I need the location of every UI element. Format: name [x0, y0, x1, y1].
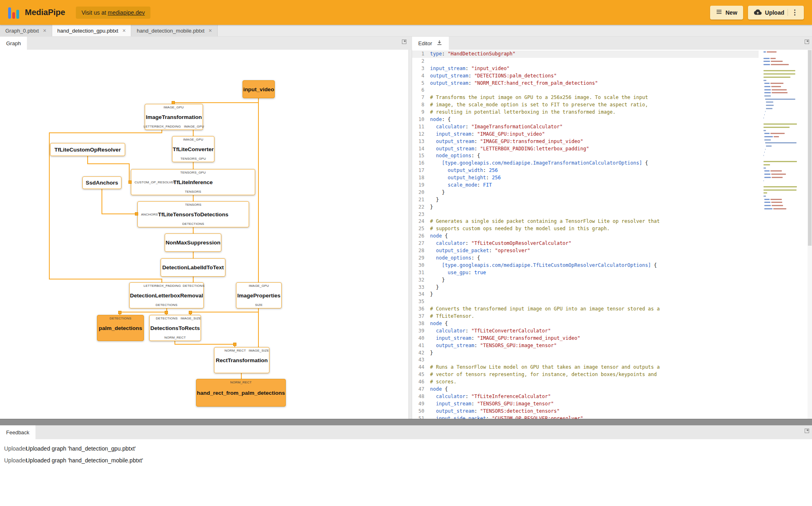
node-label: DetectionsToRects: [148, 325, 202, 331]
graph-node-image-properties[interactable]: IMAGE_GPU ImageProperties SIZE: [236, 282, 282, 308]
minimap-line: [763, 179, 801, 182]
graph-node-tflite-converter[interactable]: IMAGE_GPU TfLiteConverter TENSORS_GPU: [172, 136, 214, 162]
graph-node-detection-letterbox-removal[interactable]: LETTERBOX_PADDING DETECTIONS DetectionLe…: [129, 282, 204, 308]
scrollbar-thumb[interactable]: [808, 50, 812, 246]
graph-node-palm-detections[interactable]: DETECTIONS palm_detections: [97, 315, 144, 341]
feedback-log: Uploader Uploaded graph 'hand_detection_…: [0, 439, 812, 506]
graph-node-hand-rect-from-palm-detections[interactable]: NORM_RECT hand_rect_from_palm_detections: [196, 379, 286, 407]
minimap-line: [763, 85, 801, 88]
more-options-icon[interactable]: ⋮: [788, 9, 798, 16]
minimap-line: [763, 191, 801, 195]
code-line: 26node {: [412, 233, 759, 240]
mediapipe-dev-link[interactable]: mediapipe.dev: [108, 9, 145, 16]
port-label: IMAGE_GPU: [163, 106, 183, 109]
port-label: IMAGE_GPU: [249, 284, 269, 288]
port-label: DETECTIONS: [183, 284, 205, 288]
new-button[interactable]: New: [710, 6, 743, 20]
upload-button[interactable]: Upload ⋮: [748, 6, 804, 20]
line-number: 34: [412, 291, 430, 298]
graph-node-detections-to-rects[interactable]: DETECTIONS IMAGE_SIZE DetectionsToRects …: [149, 315, 201, 341]
code-line: 9# resulting in potential letterboxing i…: [412, 109, 759, 116]
graph-node-tflite-inference[interactable]: TENSORS_GPU CUSTOM_OP_RESOLVER TfLiteInf…: [131, 169, 255, 195]
editor-popout-icon[interactable]: [805, 40, 809, 44]
line-number: 35: [412, 298, 430, 306]
code-line: 27 calculator: "TfLiteCustomOpResolverCa…: [412, 240, 759, 247]
node-label: DetectionLabelIdToText: [160, 264, 226, 271]
minimap-line: [763, 204, 801, 207]
code-line: 49 input_stream: "TENSORS_GPU:image_tens…: [412, 400, 759, 408]
graph-node-image-transformation[interactable]: IMAGE_GPU ImageTransformation LETTERBOX_…: [145, 104, 203, 130]
close-icon[interactable]: ×: [209, 28, 212, 33]
code-line: 20 }: [412, 189, 759, 196]
minimap-line: [763, 195, 801, 198]
port-label: IMAGE_SIZE: [181, 317, 201, 320]
minimap-line: [763, 79, 801, 82]
graph-canvas[interactable]: input_video IMAGE_GPU ImageTransformatio…: [0, 50, 408, 419]
graph-edge: [49, 279, 162, 279]
tab-hand-detection-mobile-pbtxt[interactable]: hand_detection_mobile.pbtxt ×: [131, 25, 217, 36]
line-number: 22: [412, 204, 430, 211]
minimap-line: [763, 169, 801, 173]
line-number: 13: [412, 138, 430, 145]
minimap-line: [763, 97, 801, 101]
code-line: 25# supports custom ops needed by the mo…: [412, 225, 759, 233]
graph-edge: [87, 163, 130, 164]
graph-node-rect-transformation[interactable]: NORM_RECT IMAGE_SIZE RectTransformation: [214, 347, 269, 373]
line-number: 41: [412, 342, 430, 350]
editor-scrollbar[interactable]: [808, 50, 812, 419]
tab-graph-0-pbtxt[interactable]: Graph_0.pbtxt ×: [0, 25, 52, 36]
graph-node-input-video[interactable]: input_video: [243, 80, 275, 98]
graph-node-non-max-suppression[interactable]: NonMaxSuppression: [165, 233, 221, 252]
graph-popout-icon[interactable]: [402, 40, 406, 44]
code-line: 1type: "HandDetectionSubgraph": [412, 51, 759, 58]
graph-node-tflite-custom-op-resolver[interactable]: TfLiteCustomOpResolver: [50, 143, 125, 156]
graph-node-detection-label-id-to-text[interactable]: DetectionLabelIdToText: [161, 258, 225, 277]
tab-graph-panel[interactable]: Graph: [0, 37, 27, 50]
line-number: 5: [412, 80, 430, 87]
minimap-line: [763, 82, 801, 85]
code-line: 51 input_side_packet: "CUSTOM_OP_RESOLVE…: [412, 415, 759, 419]
code-editor[interactable]: 1type: "HandDetectionSubgraph"23input_st…: [412, 51, 759, 419]
code-line: 13 output_stream: "IMAGE_GPU:transformed…: [412, 138, 759, 145]
graph-edge: [193, 162, 194, 169]
tab-editor-panel[interactable]: Editor: [412, 37, 449, 50]
line-number: 10: [412, 116, 430, 123]
code-line: 39 calculator: "TfLiteConverterCalculato…: [412, 328, 759, 335]
code-line: 45# vector of tensors representing, for …: [412, 371, 759, 378]
line-number: 3: [412, 65, 430, 73]
graph-edge: [190, 312, 259, 312]
app-title: MediaPipe: [25, 8, 65, 17]
code-line: 48 calculator: "TfLiteInferenceCalculato…: [412, 393, 759, 400]
minimap-line: [763, 198, 801, 201]
mediapipe-logo-icon: [8, 7, 19, 19]
minimap-line: [763, 54, 801, 57]
graph-node-ssd-anchors[interactable]: SsdAnchors: [82, 176, 121, 189]
menu-icon: [716, 9, 722, 16]
line-number: 26: [412, 233, 430, 240]
feedback-popout-icon[interactable]: [805, 429, 809, 433]
minimap-line: [763, 116, 801, 119]
download-icon[interactable]: [436, 40, 443, 47]
close-icon[interactable]: ×: [122, 28, 126, 33]
horizontal-splitter[interactable]: [0, 419, 812, 425]
code-line: 11 calculator: "ImageTransformationCalcu…: [412, 123, 759, 131]
line-number: 23: [412, 211, 430, 218]
graph-edge: [193, 130, 194, 136]
close-icon[interactable]: ×: [43, 28, 46, 33]
minimap-line: [763, 188, 801, 191]
minimap-line: [763, 110, 801, 113]
upload-button-label: Upload: [765, 9, 784, 16]
tab-hand-detection-gpu-pbtxt[interactable]: hand_detection_gpu.pbtxt ×: [52, 25, 132, 36]
editor-panel: 1type: "HandDetectionSubgraph"23input_st…: [412, 50, 812, 419]
minimap-line: [763, 147, 801, 151]
tab-feedback-panel[interactable]: Feedback: [0, 425, 35, 439]
node-label: hand_rect_from_palm_detections: [195, 390, 287, 396]
editor-minimap[interactable]: [763, 51, 801, 210]
vertical-splitter[interactable]: [408, 50, 412, 419]
code-line: 44# Runs a TensorFlow Lite model on GPU …: [412, 364, 759, 371]
code-line: 23: [412, 211, 759, 218]
line-number: 39: [412, 328, 430, 335]
code-line: 46# scores.: [412, 378, 759, 386]
graph-node-tflite-tensors-to-detections[interactable]: TENSORS ANCHORS TfLiteTensorsToDetection…: [137, 201, 249, 227]
graph-edge: [193, 195, 194, 202]
